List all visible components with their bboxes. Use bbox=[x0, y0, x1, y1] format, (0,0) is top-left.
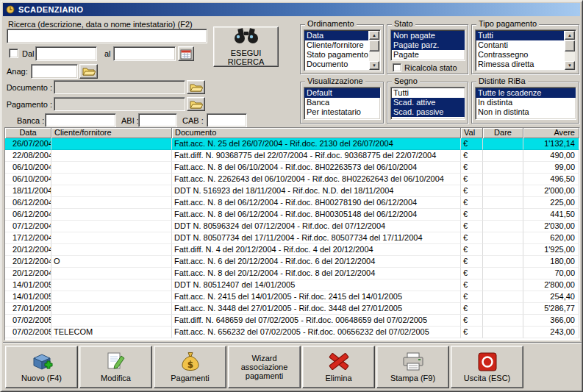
stato-option[interactable]: Pagate bbox=[391, 50, 465, 60]
table-row[interactable]: 26/07/2004Fatt.acc. N. 25 del 26/07/2004… bbox=[5, 138, 579, 150]
stato-option[interactable]: Pagate parz. bbox=[391, 40, 465, 50]
cell-documento: Fatt.diff. N. 4 del 20/12/2004 - Rif.doc… bbox=[172, 244, 461, 256]
al-label: al bbox=[104, 49, 111, 58]
modifica-button[interactable]: Modifica bbox=[79, 346, 152, 388]
table-row[interactable]: 07/02/2005Fatt.diff. N. 648659 del 07/02… bbox=[5, 315, 579, 327]
scadenze-table: Data Cliente/fornitore Documento Val Dar… bbox=[4, 127, 580, 341]
ricalcola-stato-checkbox[interactable] bbox=[393, 63, 401, 72]
table-row[interactable]: 20/12/2004Fatt.acc. N. 8 del 20/12/2004 … bbox=[5, 268, 579, 279]
banca-input[interactable] bbox=[45, 113, 116, 127]
tipo-pagamento-option[interactable]: Contanti bbox=[476, 40, 564, 50]
tipo-pagamento-option[interactable]: Contrassegno bbox=[476, 50, 564, 60]
visualizzazione-option[interactable]: Per intestatario bbox=[304, 107, 380, 117]
cell-cliente bbox=[51, 185, 172, 197]
ordinamento-option[interactable]: Documento bbox=[304, 60, 368, 69]
cell-documento: Fatt.acc. N. 8 del 06/10/2004 - Rif.doc.… bbox=[172, 162, 461, 174]
segno-option[interactable]: Tutti bbox=[391, 88, 465, 98]
cell-val: € bbox=[461, 162, 483, 174]
wizard-associazione-pagamenti-button[interactable]: Wizard associazione pagamenti bbox=[228, 346, 301, 388]
stampa-button[interactable]: Stampa (F9) bbox=[376, 346, 449, 388]
cell-cliente bbox=[51, 315, 172, 327]
table-row[interactable]: 06/10/2004Fatt.acc. N. 2262643 del 06/10… bbox=[5, 174, 579, 185]
cell-avere: 243,00 bbox=[523, 327, 579, 338]
ordinamento-option[interactable]: Data bbox=[304, 31, 368, 40]
documento-input[interactable] bbox=[54, 80, 185, 94]
table-row[interactable]: 22/08/2004Fatt.diff. N. 90368775 del 22/… bbox=[5, 150, 579, 162]
distinte-riba-option[interactable]: In distinta bbox=[476, 98, 576, 107]
calendar-button[interactable] bbox=[178, 46, 194, 61]
scrollbar[interactable]: ▲ ▼ bbox=[369, 31, 379, 70]
scrollbar-thumb[interactable] bbox=[369, 40, 379, 51]
column-header-cliente[interactable]: Cliente/fornitore bbox=[51, 128, 172, 138]
cab-input[interactable] bbox=[207, 113, 247, 127]
pagamento-input[interactable] bbox=[54, 97, 185, 111]
table-row[interactable]: 07/02/2005TELECOMFatt.acc. N. 656232 del… bbox=[5, 327, 579, 338]
table-row[interactable]: 06/12/2004Fatt.acc. N. 8 del 06/12/2004 … bbox=[5, 209, 579, 221]
table-row[interactable]: 20/12/2004Fatt.diff. N. 4 del 20/12/2004… bbox=[5, 244, 579, 256]
cell-documento: Fatt.acc. N. 8 del 20/12/2004 - Rif.doc.… bbox=[172, 268, 461, 279]
dal-date-input[interactable] bbox=[35, 46, 97, 61]
pagamenti-button[interactable]: $ Pagamenti bbox=[154, 346, 226, 388]
cell-avere: 1'925,00 bbox=[523, 244, 579, 256]
distinte-riba-option[interactable]: Non in distinta bbox=[476, 107, 576, 117]
group-visualizzazione-title: Visualizzazione bbox=[305, 76, 365, 85]
stato-option[interactable]: Non pagate bbox=[391, 31, 465, 40]
anag-input[interactable] bbox=[31, 64, 78, 79]
title-bar[interactable]: SCADENZIARIO bbox=[3, 3, 580, 16]
table-row[interactable]: 06/10/2004Fatt.acc. N. 8 del 06/10/2004 … bbox=[5, 162, 579, 174]
table-row[interactable]: 14/01/2005Fatt.acc. N. 2415 del 14/01/20… bbox=[5, 291, 579, 303]
scroll-up-icon[interactable]: ▲ bbox=[369, 31, 379, 40]
ricerca-input[interactable] bbox=[7, 29, 207, 43]
distinte-riba-option[interactable]: Tutte le scadenze bbox=[476, 88, 576, 98]
scrollbar[interactable]: ▲ ▼ bbox=[565, 31, 575, 70]
visualizzazione-option[interactable]: Default bbox=[304, 88, 380, 98]
column-header-documento[interactable]: Documento bbox=[172, 128, 461, 138]
cell-documento: DDT N. 516923 del 18/11/2004 - Rif.doc. … bbox=[172, 185, 461, 197]
edit-icon bbox=[107, 352, 126, 371]
dal-checkbox[interactable] bbox=[9, 49, 18, 58]
cell-data: 06/10/2004 bbox=[5, 174, 51, 185]
scrollbar-thumb[interactable] bbox=[565, 40, 575, 51]
elimina-button[interactable]: Elimina bbox=[302, 346, 375, 388]
table-row[interactable]: 20/12/2004OFatt.acc. N. 6 del 20/12/2004… bbox=[5, 256, 579, 268]
cell-val: € bbox=[461, 244, 483, 256]
cell-cliente: TELECOM bbox=[51, 327, 172, 338]
uscita-button[interactable]: Uscita (ESC) bbox=[451, 346, 523, 388]
scroll-down-icon[interactable]: ▼ bbox=[369, 61, 379, 70]
cell-documento: Fatt.acc. N. 2415 del 14/01/2005 - Rif.d… bbox=[172, 291, 461, 303]
group-stato: Stato Non pagate Pagate parz. Pagate Ric… bbox=[387, 24, 468, 74]
cell-dare bbox=[483, 303, 523, 315]
table-row[interactable]: 18/11/2004DDT N. 516923 del 18/11/2004 -… bbox=[5, 185, 579, 197]
svg-text:$: $ bbox=[187, 360, 193, 370]
ordinamento-option[interactable]: Stato pagamento bbox=[304, 50, 368, 60]
segno-option[interactable]: Scad. passive bbox=[391, 107, 465, 117]
cell-avere: 620,00 bbox=[523, 232, 579, 244]
pagamento-lookup-button[interactable] bbox=[187, 97, 205, 111]
nuovo-button[interactable]: Nuovo (F4) bbox=[5, 346, 78, 388]
column-header-dare[interactable]: Dare bbox=[483, 128, 523, 138]
cell-dare bbox=[483, 174, 523, 185]
abi-input[interactable] bbox=[138, 113, 177, 127]
tipo-pagamento-option[interactable]: Rimessa diretta bbox=[476, 60, 564, 69]
abi-label: ABI : bbox=[121, 116, 139, 125]
anag-lookup-button[interactable] bbox=[79, 64, 98, 79]
column-header-avere[interactable]: Avere bbox=[523, 128, 579, 138]
esegui-ricerca-button[interactable]: ESEGUI RICERCA bbox=[213, 26, 279, 67]
scroll-up-icon[interactable]: ▲ bbox=[565, 31, 575, 40]
ordinamento-option[interactable]: Cliente/fornitore bbox=[304, 40, 368, 50]
table-row[interactable]: 07/12/2004DDT N. 80596324 del 07/12/2004… bbox=[5, 221, 579, 232]
al-date-input[interactable] bbox=[113, 46, 176, 61]
visualizzazione-option[interactable]: Banca bbox=[304, 98, 380, 107]
table-row[interactable]: 17/12/2004DDT N. 80507734 del 17/11/2004… bbox=[5, 232, 579, 244]
cell-val: € bbox=[461, 150, 483, 162]
table-row[interactable]: 14/01/2005DDT N. 80512407 del 14/01/2005… bbox=[5, 279, 579, 291]
column-header-val[interactable]: Val bbox=[461, 128, 483, 138]
segno-option[interactable]: Scad. attive bbox=[391, 98, 465, 107]
table-row[interactable]: 06/12/2004Fatt.acc. N. 8 del 06/12/2004 … bbox=[5, 197, 579, 209]
ricalcola-stato-label: Ricalcola stato bbox=[404, 63, 457, 72]
scroll-down-icon[interactable]: ▼ bbox=[565, 61, 575, 70]
tipo-pagamento-option[interactable]: Tutti bbox=[476, 31, 564, 40]
documento-lookup-button[interactable] bbox=[187, 80, 205, 94]
column-header-data[interactable]: Data bbox=[5, 128, 51, 138]
table-row[interactable]: 27/01/2005Fatt.acc. N. 3448 del 27/01/20… bbox=[5, 303, 579, 315]
